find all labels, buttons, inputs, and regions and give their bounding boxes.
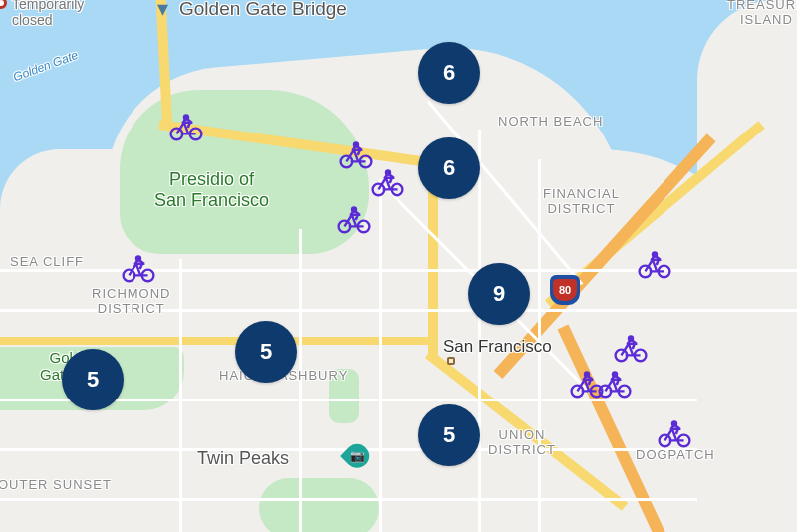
cluster-marker[interactable]: 5	[418, 404, 480, 466]
highway-shield-i80: 80	[550, 275, 580, 305]
bike-marker-icon[interactable]	[169, 112, 203, 141]
park-twin	[259, 478, 379, 532]
cluster-count: 5	[87, 367, 99, 393]
grid-v1	[179, 259, 182, 532]
bike-marker-icon[interactable]	[122, 253, 155, 283]
city-dot	[447, 357, 455, 365]
cluster-count: 6	[443, 60, 455, 86]
label-sea-cliff: SEA CLIFF	[10, 255, 84, 270]
label-richmond: RICHMOND DISTRICT	[92, 287, 171, 317]
label-treasure-island: TREASURE ISLAND	[727, 0, 797, 28]
grid-v3	[379, 179, 382, 532]
cluster-marker[interactable]: 6	[418, 137, 480, 199]
label-closed: Temporarily closed	[12, 0, 84, 28]
bike-marker-icon[interactable]	[339, 139, 373, 169]
cluster-marker[interactable]: 9	[468, 263, 530, 325]
label-golden-gate-water: Golden Gate	[12, 49, 81, 85]
label-golden-gate-bridge: Golden Gate Bridge	[179, 0, 347, 20]
road-1	[0, 337, 428, 345]
bike-marker-icon[interactable]	[658, 418, 691, 448]
cluster-count: 5	[443, 422, 455, 448]
cluster-count: 9	[493, 281, 505, 307]
cluster-marker[interactable]: 6	[418, 42, 480, 104]
bike-marker-icon[interactable]	[337, 204, 371, 234]
grid-h1	[0, 269, 797, 272]
grid-v4	[478, 130, 481, 532]
label-presidio: Presidio of San Francisco	[154, 169, 269, 210]
cluster-count: 6	[443, 155, 455, 181]
bike-marker-icon[interactable]	[638, 249, 671, 279]
label-union: UNION DISTRICT	[488, 428, 556, 458]
bike-marker-icon[interactable]	[598, 369, 632, 399]
map-canvas[interactable]: ▾ Golden Gate Bridge Temporarily closed …	[0, 0, 797, 532]
grid-h5	[0, 498, 697, 501]
bike-marker-icon[interactable]	[371, 167, 404, 197]
highway-number: 80	[553, 279, 577, 301]
cluster-count: 5	[260, 339, 272, 365]
closed-icon	[0, 0, 7, 9]
label-north-beach: NORTH BEACH	[498, 115, 603, 130]
cluster-marker[interactable]: 5	[235, 321, 297, 383]
cluster-marker[interactable]: 5	[62, 349, 124, 410]
bike-marker-icon[interactable]	[614, 333, 648, 363]
golden-gate-arrow-icon: ▾	[157, 0, 168, 22]
label-outer-sunset: OUTER SUNSET	[0, 478, 112, 493]
label-financial-district: FINANCIAL DISTRICT	[543, 187, 620, 217]
label-twin-peaks: Twin Peaks	[197, 448, 289, 469]
label-city: San Francisco	[443, 337, 552, 357]
label-dogpatch: DOGPATCH	[636, 448, 715, 463]
